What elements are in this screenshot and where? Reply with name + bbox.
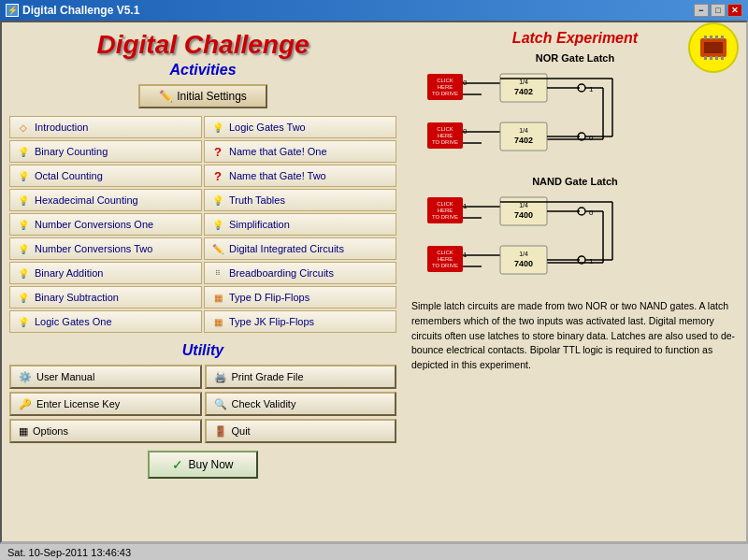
activities-grid: ◇ Introduction 💡 Logic Gates Two 💡 Binar…	[9, 116, 396, 333]
search-icon: 🔍	[214, 398, 227, 410]
svg-text:HERE: HERE	[438, 133, 453, 138]
activity-label: Truth Tables	[229, 194, 285, 206]
maximize-button[interactable]: □	[711, 4, 726, 17]
activity-binary-addition[interactable]: 💡 Binary Addition	[9, 262, 202, 284]
user-manual-label: User Manual	[36, 371, 94, 382]
svg-rect-3	[710, 36, 712, 39]
activity-label: Name that Gate! One	[229, 146, 327, 157]
activity-simplification[interactable]: 💡 Simplification	[204, 213, 396, 236]
minimize-button[interactable]: −	[694, 4, 709, 17]
activity-hexadecimal-counting[interactable]: 💡 Hexadecimal Counting	[9, 189, 202, 211]
svg-text:CLICK: CLICK	[437, 201, 453, 207]
initial-settings-button[interactable]: ✏️ Initial Settings	[138, 84, 267, 108]
options-label: Options	[33, 425, 68, 437]
chip-svg	[697, 36, 730, 60]
license-key-button[interactable]: 🔑 Enter License Key	[9, 392, 202, 416]
svg-text:1/4: 1/4	[519, 202, 528, 208]
print-icon: 🖨️	[214, 371, 227, 383]
bars-icon: ▦	[210, 290, 225, 305]
svg-text:CLICK: CLICK	[437, 250, 453, 255]
svg-text:1/4: 1/4	[519, 127, 528, 134]
bulb-icon: 💡	[16, 144, 31, 159]
print-grade-label: Print Grade File	[232, 371, 304, 382]
activity-logic-gates-one[interactable]: 💡 Logic Gates One	[9, 310, 202, 333]
title-bar: ⚡ Digital Challenge V5.1 − □ ✕	[0, 0, 748, 21]
activity-label: Number Conversions Two	[35, 243, 152, 254]
svg-rect-1	[704, 42, 723, 53]
utility-grid: ⚙️ User Manual 🖨️ Print Grade File 🔑 Ent…	[9, 365, 396, 443]
nand-latch-section: NAND Gate Latch CLICK HERE TO DRIVE 1 1/…	[411, 176, 739, 288]
activity-breadboarding[interactable]: ⠿ Breadboarding Circuits	[204, 262, 396, 284]
checkmark-icon: ✓	[172, 457, 183, 472]
check-validity-button[interactable]: 🔍 Check Validity	[205, 392, 397, 416]
svg-rect-2	[704, 36, 707, 39]
buy-now-button[interactable]: ✓ Buy Now	[148, 451, 257, 479]
nor-latch-section: NOR Gate Latch CLICK HERE TO DRIVE 0 1/4…	[411, 52, 739, 165]
svg-text:1/4: 1/4	[519, 251, 528, 257]
activity-label: Octal Counting	[35, 170, 103, 181]
activity-logic-gates-two[interactable]: 💡 Logic Gates Two	[204, 116, 396, 138]
quit-label: Quit	[232, 425, 251, 437]
svg-text:TO DRIVE: TO DRIVE	[432, 139, 458, 145]
bulb-icon: 💡	[16, 241, 31, 256]
bulb-icon: 💡	[16, 314, 31, 329]
quit-button[interactable]: 🚪 Quit	[205, 419, 397, 443]
nor-circuit-svg: CLICK HERE TO DRIVE 0 1/4 7402 1	[425, 66, 725, 165]
activity-name-gate-two[interactable]: ? Name that Gate! Two	[204, 165, 396, 187]
svg-text:TO DRIVE: TO DRIVE	[432, 91, 458, 96]
nand-circuit-svg: CLICK HERE TO DRIVE 1 1/4 7400 0	[425, 190, 725, 288]
close-button[interactable]: ✕	[727, 4, 742, 17]
activity-truth-tables[interactable]: 💡 Truth Tables	[204, 189, 396, 211]
bulb-icon: 💡	[16, 290, 31, 305]
activity-label: Number Conversions One	[35, 219, 153, 230]
chip-icon	[688, 22, 739, 73]
grid-icon: ⠿	[210, 266, 225, 280]
activity-type-jk-flipflops[interactable]: ▦ Type JK Flip-Flops	[204, 310, 396, 333]
svg-rect-4	[715, 36, 718, 39]
activity-label: Hexadecimal Counting	[35, 194, 138, 206]
activity-label: Binary Addition	[35, 267, 103, 279]
main-window: Digital Challenge Activities ✏️ Initial …	[0, 21, 748, 543]
question-icon: ?	[210, 144, 225, 159]
utility-section: Utility ⚙️ User Manual 🖨️ Print Grade Fi…	[9, 342, 396, 479]
svg-text:HERE: HERE	[438, 208, 453, 213]
activity-introduction[interactable]: ◇ Introduction	[9, 116, 202, 138]
activity-digital-ic[interactable]: ✏️ Digital Integrated Circuits	[204, 237, 396, 260]
activities-title: Activities	[169, 62, 236, 79]
buy-now-label: Buy Now	[188, 458, 233, 471]
quit-icon: 🚪	[214, 425, 227, 438]
check-validity-label: Check Validity	[232, 398, 296, 409]
activity-octal-counting[interactable]: 💡 Octal Counting	[9, 165, 202, 187]
key-icon: 🔑	[19, 398, 32, 410]
svg-text:7402: 7402	[514, 136, 533, 145]
activity-name-gate-one[interactable]: ? Name that Gate! One	[204, 140, 396, 163]
activity-label: Type JK Flip-Flops	[229, 316, 314, 327]
print-grade-button[interactable]: 🖨️ Print Grade File	[205, 365, 397, 389]
user-manual-button[interactable]: ⚙️ User Manual	[9, 365, 202, 389]
svg-text:HERE: HERE	[438, 84, 453, 90]
window-title: Digital Challenge V5.1	[22, 4, 139, 17]
activity-binary-counting[interactable]: 💡 Binary Counting	[9, 140, 202, 163]
svg-text:TO DRIVE: TO DRIVE	[432, 214, 458, 220]
activity-label: Logic Gates Two	[229, 122, 306, 133]
app-icon: ⚡	[6, 4, 19, 17]
activity-binary-subtraction[interactable]: 💡 Binary Subtraction	[9, 286, 202, 309]
svg-text:7400: 7400	[514, 210, 533, 220]
options-icon: ▦	[19, 425, 28, 438]
bulb-icon: 💡	[210, 217, 225, 232]
activity-number-conv-one[interactable]: 💡 Number Conversions One	[9, 213, 202, 236]
question-icon: ?	[210, 168, 225, 183]
svg-text:7400: 7400	[514, 259, 533, 268]
svg-rect-6	[704, 56, 707, 60]
bulb-icon: 💡	[16, 193, 31, 208]
activity-type-d-flipflops[interactable]: ▦ Type D Flip-Flops	[204, 286, 396, 309]
status-text: Sat. 10-Sep-2011 13:46:43	[7, 547, 131, 558]
window-controls: − □ ✕	[694, 4, 742, 17]
options-button[interactable]: ▦ Options	[9, 419, 202, 443]
activity-label: Breadboarding Circuits	[229, 267, 334, 279]
activity-number-conv-two[interactable]: 💡 Number Conversions Two	[9, 237, 202, 260]
left-panel: Digital Challenge Activities ✏️ Initial …	[2, 22, 404, 541]
activity-label: Introduction	[35, 122, 88, 133]
svg-text:1: 1	[589, 85, 594, 93]
bulb-icon: 💡	[16, 168, 31, 183]
